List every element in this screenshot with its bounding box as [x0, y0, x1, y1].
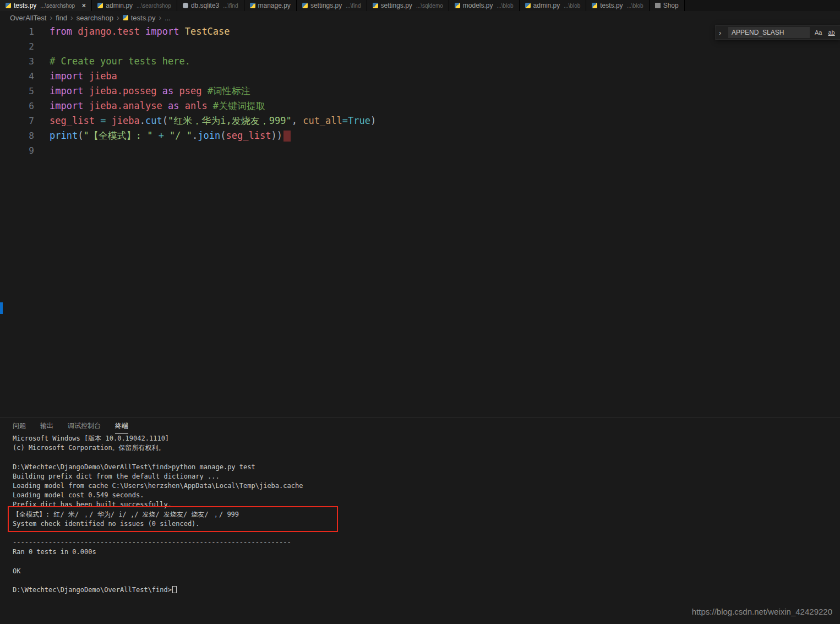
terminal-line: Building prefix dict from the default di… [13, 472, 840, 481]
breadcrumb-item[interactable]: find [56, 14, 67, 22]
python-icon [373, 3, 378, 8]
line-number: 7 [0, 113, 34, 128]
tab-label: models.py [463, 2, 493, 9]
chevron-right-icon: › [159, 13, 161, 22]
tab-desc: ...\sqldemo [416, 3, 443, 9]
editor[interactable]: 1from django.test import TestCase23# Cre… [0, 24, 840, 417]
tab-label: settings.py [310, 2, 342, 9]
code-line[interactable]: 7seg_list = jieba.cut("红米，华为i,发烧友，999", … [0, 113, 840, 128]
breadcrumb-item[interactable]: OverAllTest [10, 14, 46, 22]
vscode-window: tests.py...\searchshop×admin.py...\searc… [0, 0, 840, 624]
breadcrumb-item[interactable]: searchshop [77, 14, 113, 22]
code-line[interactable]: 9 [0, 143, 840, 158]
terminal-line: D:\Wtechtec\DjangoDemo\OverAllTest\find>… [13, 463, 840, 472]
terminal-line: Prefix dict has been built successfully. [13, 500, 840, 509]
line-number: 9 [0, 143, 34, 158]
code-text: import jieba.posseg as pseg #词性标注 [34, 84, 250, 99]
code-line[interactable]: 4import jieba [0, 69, 840, 84]
code-line[interactable]: 5import jieba.posseg as pseg #词性标注 [0, 84, 840, 99]
tab-tests.py[interactable]: tests.py...\blob [586, 0, 649, 11]
activity-marker [0, 302, 3, 314]
terminal-line: Microsoft Windows [版本 10.0.19042.1110] [13, 434, 840, 443]
python-icon [6, 3, 11, 8]
code-text: # Create your tests here. [34, 54, 190, 69]
line-number: 6 [0, 99, 34, 113]
tab-manage.py[interactable]: manage.py [244, 0, 297, 11]
python-icon [525, 3, 531, 8]
tab-tests.py[interactable]: tests.py...\searchshop× [0, 0, 92, 11]
code-line[interactable]: 3# Create your tests here. [0, 54, 840, 69]
tab-bar: tests.py...\searchshop×admin.py...\searc… [0, 0, 840, 11]
breadcrumb: OverAllTest›find›searchshop›tests.py›... [0, 11, 840, 24]
terminal-line [13, 529, 840, 538]
terminal-line: ----------------------------------------… [13, 538, 840, 547]
code-line[interactable]: 6import jieba.analyse as anls #关键词提取 [0, 99, 840, 113]
line-number: 1 [0, 24, 34, 39]
terminal-line: D:\Wtechtec\DjangoDemo\OverAllTest\find> [13, 585, 840, 595]
match-case-icon[interactable]: Aa [814, 28, 823, 37]
tab-models.py[interactable]: models.py...\blob [449, 0, 520, 11]
terminal-line [13, 557, 840, 567]
chevron-right-icon: › [70, 13, 73, 22]
code-line[interactable]: 1from django.test import TestCase [0, 24, 840, 39]
panel-tab-输出[interactable]: 输出 [40, 418, 53, 433]
tab-settings.py[interactable]: settings.py...\sqldemo [367, 0, 449, 11]
panel-tab-终端[interactable]: 终端 [115, 418, 128, 434]
tab-admin.py[interactable]: admin.py...\blob [520, 0, 587, 11]
find-input[interactable]: APPEND_SLASH [728, 27, 810, 38]
tab-admin.py[interactable]: admin.py...\searchshop [92, 0, 177, 11]
tab-desc: ...\searchshop [137, 3, 171, 9]
panel-tab-问题[interactable]: 问题 [13, 418, 26, 433]
python-icon [123, 15, 128, 20]
line-number: 3 [0, 54, 34, 69]
breadcrumb-item[interactable]: ... [165, 14, 171, 22]
tab-desc: ...\searchshop [40, 3, 75, 9]
tab-desc: ...\blob [627, 3, 643, 9]
code-line[interactable]: 8print("【全模式】: " + "/ ".join(seg_list)) [0, 128, 840, 143]
terminal-line: System check identified no issues (0 sil… [13, 519, 840, 529]
tab-label: db.sqlite3 [191, 2, 219, 9]
tab-label: tests.py [600, 2, 623, 9]
chevron-right-icon: › [117, 13, 119, 22]
code-text: seg_list = jieba.cut("红米，华为i,发烧友，999", c… [34, 113, 376, 128]
code-text [34, 143, 50, 158]
tab-Shop[interactable]: Shop [650, 0, 685, 11]
terminal-line: (c) Microsoft Corporation。保留所有权利。 [13, 443, 840, 453]
breadcrumb-item[interactable]: tests.py [123, 14, 156, 22]
tab-desc: ...\find [346, 3, 361, 9]
terminal-line: OK [13, 567, 840, 576]
python-icon [302, 3, 308, 8]
db-icon [183, 3, 188, 8]
whole-word-icon[interactable]: ab [827, 28, 836, 37]
code-text: print("【全模式】: " + "/ ".join(seg_list)) [34, 128, 291, 143]
panel: 问题输出调试控制台终端 Microsoft Windows [版本 10.0.1… [0, 417, 840, 624]
tab-label: Shop [663, 2, 679, 9]
panel-tab-调试控制台[interactable]: 调试控制台 [68, 418, 101, 433]
code-text: import jieba.analyse as anls #关键词提取 [34, 99, 265, 113]
tab-label: manage.py [258, 2, 291, 9]
python-icon [250, 3, 255, 8]
file-icon [655, 3, 661, 8]
terminal[interactable]: Microsoft Windows [版本 10.0.19042.1110](c… [13, 434, 840, 595]
tab-label: settings.py [381, 2, 412, 9]
code-line[interactable]: 2 [0, 39, 840, 54]
find-widget[interactable]: › APPEND_SLASH Aa ab [716, 25, 840, 40]
chevron-right-icon: › [50, 13, 52, 22]
line-number: 8 [0, 128, 34, 143]
tab-db.sqlite3[interactable]: db.sqlite3...\find [177, 0, 244, 11]
close-icon[interactable]: × [81, 2, 86, 9]
python-icon [97, 3, 103, 8]
block-cursor [283, 131, 291, 142]
tab-desc: ...\blob [497, 3, 514, 9]
tab-settings.py[interactable]: settings.py...\find [297, 0, 367, 11]
terminal-line: Ran 0 tests in 0.000s [13, 547, 840, 557]
watermark: https://blog.csdn.net/weixin_42429220 [692, 607, 832, 616]
terminal-cursor [172, 586, 177, 593]
terminal-line: Loading model from cache C:\Users\herzsh… [13, 481, 840, 491]
panel-tabs: 问题输出调试控制台终端 [0, 417, 840, 434]
terminal-line: 【全模式】: 红/ 米/ ，/ 华为/ i/ ,/ 发烧/ 发烧友/ 烧友/ ，… [13, 510, 840, 519]
chevron-right-icon[interactable]: › [719, 29, 724, 37]
tab-label: tests.py [14, 2, 36, 9]
tab-desc: ...\blob [564, 3, 580, 9]
code-text: from django.test import TestCase [34, 24, 230, 39]
